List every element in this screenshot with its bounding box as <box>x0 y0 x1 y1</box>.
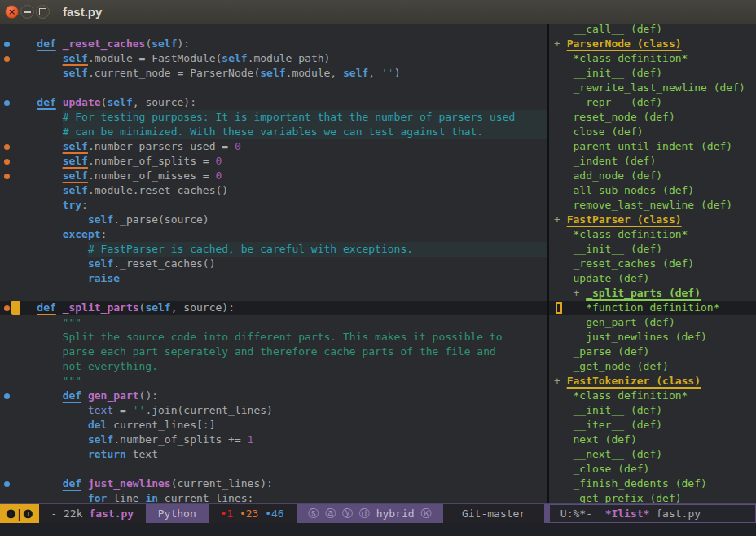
imenu-entry[interactable]: _get_prefix (def) <box>549 491 756 503</box>
imenu-entry[interactable]: _indent (def) <box>549 154 756 169</box>
echo-area[interactable] <box>0 523 756 536</box>
code-line[interactable]: # can be minimized. With these variables… <box>0 125 547 139</box>
code-line[interactable]: self.number_of_splits = 0 <box>0 154 547 169</box>
fringe <box>0 95 11 110</box>
marker-dot-blue-icon[interactable] <box>4 393 10 399</box>
minimize-button[interactable] <box>20 5 34 19</box>
token: ): <box>178 37 191 51</box>
code-line[interactable]: def _split_parts(self, source): <box>0 301 547 315</box>
code-line[interactable] <box>0 462 547 477</box>
code-line[interactable]: self.number_of_splits += 1 <box>0 433 547 447</box>
imenu-entry[interactable]: _close (def) <box>549 462 756 477</box>
major-mode[interactable]: Python <box>146 504 209 523</box>
code-line[interactable]: for line in current_lines: <box>0 491 547 503</box>
git-branch[interactable]: Git-master <box>443 504 544 523</box>
imenu-entry[interactable]: + FastParser (class) <box>549 213 756 227</box>
code-line[interactable] <box>0 81 547 95</box>
marker-dot-orange-icon[interactable] <box>4 56 10 62</box>
imenu-entry[interactable]: *class definition* <box>549 51 756 66</box>
code-line[interactable]: Split the source code into different par… <box>0 330 547 345</box>
imenu-label: _split_parts (def) <box>586 287 701 299</box>
marker-dot-orange-icon[interactable] <box>4 174 10 179</box>
imenu-entry[interactable]: __init__ (def) <box>549 242 756 257</box>
imenu-entry[interactable]: remove_last_newline (def) <box>549 198 756 213</box>
imenu-entry[interactable]: + ParserNode (class) <box>549 37 756 51</box>
code-line[interactable]: raise <box>0 271 547 286</box>
imenu-entry[interactable]: *class definition* <box>549 389 756 403</box>
window-number[interactable]: ❶|❶ <box>0 504 39 523</box>
marker-dot-orange-icon[interactable] <box>4 144 10 150</box>
titlebar[interactable]: × fast.py <box>0 0 756 24</box>
code-line[interactable]: self.module.reset_caches() <box>0 183 547 198</box>
imenu-entry[interactable]: _parse (def) <box>549 345 756 359</box>
code-line[interactable] <box>0 286 547 301</box>
code-line[interactable]: def gen_part(): <box>0 389 547 403</box>
imenu-entry[interactable]: __next__ (def) <box>549 447 756 462</box>
imenu-entry[interactable]: gen_part (def) <box>549 315 756 330</box>
imenu-entry[interactable]: _get_node (def) <box>549 359 756 374</box>
code-line[interactable]: """ <box>0 374 547 389</box>
marker-dot-blue-icon[interactable] <box>4 42 10 47</box>
code-line[interactable]: not everything. <box>0 359 547 374</box>
code-line[interactable]: self.number_parsers_used = 0 <box>0 139 547 154</box>
imenu-label: FastParser (class) <box>567 213 682 226</box>
imenu-entry[interactable]: all_sub_nodes (def) <box>549 183 756 198</box>
imenu-entry[interactable]: reset_node (def) <box>549 110 756 125</box>
imenu-entry[interactable]: *class definition* <box>549 227 756 242</box>
token: line <box>107 491 145 503</box>
modeline-right[interactable]: U:%*- *Ilist* fast.py <box>549 504 756 523</box>
code-line[interactable]: self.current_node = ParserNode(self.modu… <box>0 66 547 81</box>
code-line[interactable]: self.module = FastModule(self.module_pat… <box>0 51 547 66</box>
code-line[interactable]: def _reset_caches(self): <box>0 37 547 51</box>
code-line[interactable]: except: <box>0 227 547 242</box>
code-line[interactable]: self.number_of_misses = 0 <box>0 169 547 183</box>
imenu-panel[interactable]: __call__ (def)+ ParserNode (class) *clas… <box>549 24 756 503</box>
imenu-entry[interactable]: + FastTokenizer (class) <box>549 374 756 389</box>
marker-dot-orange-icon[interactable] <box>4 159 10 165</box>
code-line[interactable]: return text <box>0 447 547 462</box>
buffer-info[interactable]: - 22k fast.py <box>39 504 146 523</box>
imenu-entry[interactable]: *function definition* <box>549 301 756 315</box>
maximize-button[interactable] <box>36 5 50 19</box>
marker-dot-orange-icon[interactable] <box>4 305 10 311</box>
code-line[interactable]: self._parse(source) <box>0 213 547 227</box>
code-line[interactable]: """ <box>0 315 547 330</box>
imenu-entry[interactable]: update (def) <box>549 271 756 286</box>
minimize-icon <box>24 11 31 13</box>
code-line[interactable]: self._reset_caches() <box>0 257 547 271</box>
close-button[interactable]: × <box>5 5 19 19</box>
code-area[interactable]: def _reset_caches(self): self.module = F… <box>0 24 547 503</box>
imenu-entry[interactable]: __init__ (def) <box>549 403 756 418</box>
code-line[interactable]: text = ''.join(current_lines) <box>0 403 547 418</box>
imenu-entry[interactable]: __call__ (def) <box>549 24 756 37</box>
imenu-entry[interactable]: parent_until_indent (def) <box>549 139 756 154</box>
fringe <box>0 477 11 491</box>
token <box>11 183 63 198</box>
imenu-prefix <box>554 448 573 460</box>
imenu-entry[interactable]: __iter__ (def) <box>549 418 756 433</box>
code-line[interactable]: # For testing purposes: It is important … <box>0 110 547 125</box>
imenu-entry[interactable]: _finish_dedents (def) <box>549 477 756 491</box>
token: def <box>63 477 81 491</box>
marker-dot-blue-icon[interactable] <box>4 100 10 106</box>
imenu-entry[interactable]: _reset_caches (def) <box>549 257 756 271</box>
evil-state[interactable]: ⓢ ⓐ ⓨ ⓓ hybrid Ⓚ <box>297 504 444 523</box>
imenu-entry[interactable]: close (def) <box>549 125 756 139</box>
token: , source): <box>171 301 235 315</box>
code-line[interactable]: try: <box>0 198 547 213</box>
code-line[interactable]: del current_lines[:] <box>0 418 547 433</box>
code-line[interactable]: def update(self, source): <box>0 95 547 110</box>
imenu-entry[interactable]: __repr__ (def) <box>549 95 756 110</box>
imenu-label: *function definition* <box>586 301 719 314</box>
code-line[interactable]: def just_newlines(current_lines): <box>0 477 547 491</box>
marker-dot-blue-icon[interactable] <box>4 481 10 487</box>
imenu-entry[interactable]: _rewrite_last_newline (def) <box>549 81 756 95</box>
flycheck-counts[interactable]: •1 •23 •46 <box>209 504 297 523</box>
imenu-entry[interactable]: add_node (def) <box>549 169 756 183</box>
imenu-entry[interactable]: just_newlines (def) <box>549 330 756 345</box>
imenu-entry[interactable]: next (def) <box>549 433 756 447</box>
code-line[interactable]: # FastParser is cached, be careful with … <box>0 242 547 257</box>
code-line[interactable]: parse each part seperately and therefore… <box>0 345 547 359</box>
imenu-entry[interactable]: __init__ (def) <box>549 66 756 81</box>
imenu-entry[interactable]: + _split_parts (def) <box>549 286 756 301</box>
